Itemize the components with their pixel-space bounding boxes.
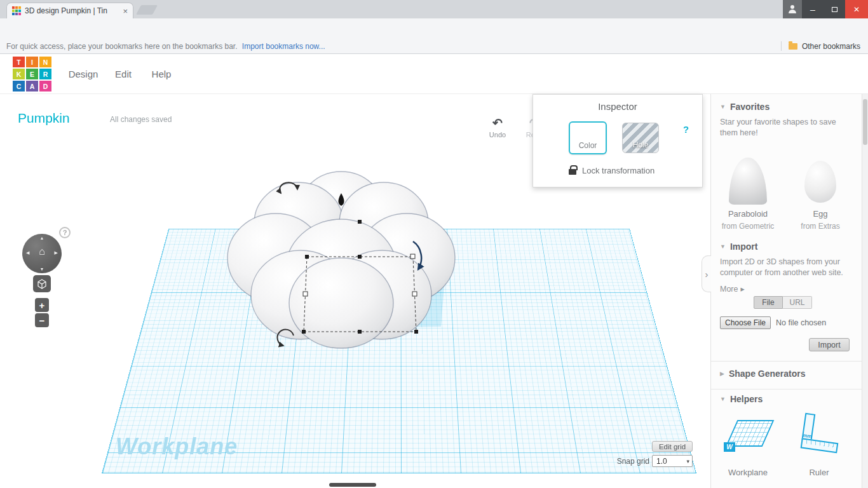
other-bookmarks-button[interactable]: Other bookmarks [802,42,860,51]
scale-handle[interactable] [358,255,362,259]
shapes-sidebar: ▼ Favorites Star your favorite shapes to… [710,94,862,488]
favorites-hint: Star your favorite shapes to save them h… [720,117,851,139]
zoom-out-button[interactable]: − [35,313,49,327]
egg-shape-icon[interactable] [804,161,836,203]
tab-title: 3D design Pumpkin | Tin [25,6,119,15]
snap-grid-label: Snap grid [605,457,649,466]
import-hint: Import 2D or 3D shapes from your compute… [720,257,851,278]
helper-workplane[interactable]: W [722,415,773,454]
minimize-button[interactable]: – [802,0,824,18]
ruler-helper-label: Ruler [795,468,843,477]
section-divider [711,389,862,390]
scale-handle[interactable] [302,330,306,334]
tinkercad-favicon [12,6,21,15]
caret-down-icon: ▼ [720,243,726,250]
helpers-section-header[interactable]: ▼ Helpers [720,394,763,404]
import-bookmarks-link[interactable]: Import bookmarks now... [242,42,325,51]
no-file-chosen-text: No file chosen [776,318,826,327]
ruler-helper-icon: mm [792,410,846,458]
maximize-button[interactable] [824,0,845,18]
paraboloid-shape-icon[interactable] [729,158,767,205]
close-button[interactable]: ✕ [845,0,868,18]
zoom-in-button[interactable]: + [35,298,49,312]
browser-tab[interactable]: 3D design Pumpkin | Tin × [6,3,133,18]
scale-handle[interactable] [358,220,362,224]
inspector-help-button[interactable]: ? [683,124,689,135]
bookmarks-hint: For quick access, place your bookmarks h… [6,42,238,51]
vertical-scrollbar-thumb[interactable] [863,99,867,145]
caret-down-icon: ▼ [720,104,726,110]
browser-toolbar: ← → ⟳ https://www.tinkercad.com/things/f… [0,18,868,39]
save-status: All changes saved [110,115,172,124]
fit-view-button[interactable] [33,275,51,292]
mid-scale-handle[interactable] [410,254,415,259]
favorites-section-header[interactable]: ▼ Favorites [720,102,770,112]
bookmarks-bar: For quick access, place your bookmarks h… [0,39,868,54]
menu-edit[interactable]: Edit [109,54,137,94]
scale-handle[interactable] [305,255,309,259]
import-section-header[interactable]: ▼ Import [720,241,757,252]
tab-close-icon[interactable]: × [123,7,128,15]
rotate-right-icon[interactable]: ▶ [55,250,58,255]
more-link[interactable]: More ▸ [720,284,745,294]
menu-design[interactable]: Design [64,54,103,94]
bookmarks-divider [781,41,782,51]
workplane-helper-label: Workplane [716,468,780,477]
section-divider [711,361,862,362]
menu-help[interactable]: Help [145,54,178,94]
scale-handle[interactable] [358,330,362,334]
mid-scale-handle[interactable] [303,292,308,296]
view-navigation-ball[interactable]: ⌂ ▲ ▼ ◀ ▶ [22,234,62,273]
mid-scale-handle[interactable] [412,292,417,296]
lock-transformation-row[interactable]: Lock transformation [569,166,654,175]
helper-ruler[interactable]: mm [795,414,843,454]
browser-tab-strip: 3D design Pumpkin | Tin × – ✕ [0,0,868,18]
snap-grid-value: 1.0 [656,457,686,466]
tinkercad-window: 3D design Pumpkin | Tin × – ✕ ← → ⟳ http… [0,0,868,488]
inspector-title: Inspector [533,101,702,112]
select-caret-icon: ▾ [686,458,689,464]
color-button[interactable]: Color [569,121,607,154]
window-controls: – ✕ [783,0,868,18]
person-icon [789,10,796,13]
inspector-panel: Inspector Color Hole ? Lock transformati… [532,94,703,187]
caret-right-icon: ▶ [720,370,724,377]
new-tab-button[interactable] [136,5,158,15]
profile-button[interactable] [783,0,802,18]
choose-file-button[interactable]: Choose File [720,316,771,329]
app-header: TIN KER CAD Design Edit Help ↶ Undo ↷ Re… [0,54,868,94]
undo-icon: ↶ [480,115,515,130]
import-url-tab[interactable]: URL [783,296,812,309]
tinkercad-logo[interactable]: TIN KER CAD [13,57,51,92]
edit-grid-button[interactable]: Edit grid [652,441,693,452]
maximize-icon [832,7,837,12]
rotate-down-icon[interactable]: ▼ [22,267,62,271]
folder-icon [789,43,797,50]
import-submit-button[interactable]: Import [809,338,850,351]
view-cube-icon [37,279,47,289]
more-caret-icon: ▸ [740,284,744,294]
rotate-left-icon[interactable]: ◀ [26,250,29,255]
design-title[interactable]: Pumpkin [18,111,70,126]
shape-generators-section-header[interactable]: ▶ Shape Generators [720,369,806,379]
caret-down-icon: ▼ [720,396,726,402]
sidebar-collapse-button[interactable]: › [702,255,711,292]
vertical-scrollbar[interactable] [862,94,868,488]
shape-card-egg[interactable]: Egg from Extras [785,152,856,231]
lock-icon [569,169,576,175]
shape-card-paraboloid[interactable]: Paraboloid from Geometric [712,152,783,231]
undo-button[interactable]: ↶ Undo [480,115,515,139]
snap-grid-select[interactable]: 1.0 ▾ [652,455,693,467]
scale-handle[interactable] [414,330,418,334]
horizontal-scrollbar-thumb[interactable] [329,483,376,487]
rotate-up-icon[interactable]: ▲ [22,236,62,240]
import-file-tab[interactable]: File [754,296,783,309]
workplane-helper-icon: W [722,415,773,454]
hole-button[interactable]: Hole [622,123,659,153]
